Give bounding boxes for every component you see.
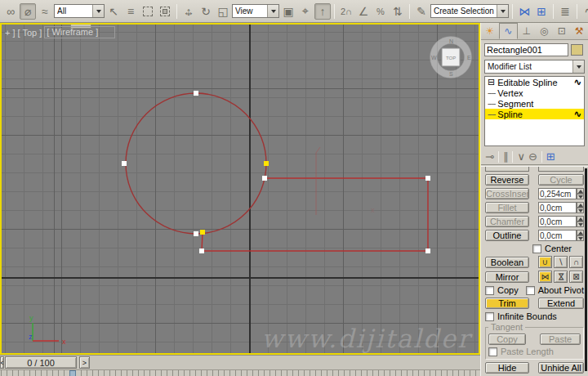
viewport-menu-general[interactable]: + ]: [5, 28, 16, 38]
hide-button[interactable]: Hide: [485, 362, 529, 374]
stack-item-segment[interactable]: ---- Segment: [485, 98, 584, 109]
center-checkbox[interactable]: [532, 244, 541, 253]
viewport-menu-pov[interactable]: [ Top ]: [18, 28, 42, 38]
select-and-manipulate-icon[interactable]: ⌖: [297, 3, 314, 20]
expander-icon[interactable]: ⊟: [488, 77, 495, 87]
unhide-all-button[interactable]: Unhide All: [538, 362, 584, 374]
mirror-horizontal-icon[interactable]: ⋈: [538, 271, 552, 283]
previous-frame-button[interactable]: <: [0, 356, 4, 369]
keyboard-shortcut-override-icon[interactable]: ↑: [314, 3, 331, 20]
track-bar[interactable]: [0, 369, 480, 376]
spinner-down[interactable]: [577, 194, 584, 199]
make-unique-icon[interactable]: ∨: [517, 150, 525, 163]
mirror-button[interactable]: Mirror: [485, 271, 529, 283]
show-end-result-icon[interactable]: ∥: [503, 150, 509, 163]
mirror-copy-checkbox[interactable]: [485, 286, 494, 295]
viewport-top[interactable]: x N E S W TOP y: [0, 23, 480, 355]
selection-filter-select[interactable]: All: [54, 4, 105, 18]
viewcube-east[interactable]: E: [467, 55, 471, 60]
spline-vertex[interactable]: [425, 248, 430, 253]
trim-button[interactable]: Trim: [485, 298, 529, 309]
extend-button[interactable]: Extend: [538, 298, 584, 309]
viewcube-top-label[interactable]: TOP: [446, 56, 456, 60]
rectangular-selection-region-icon[interactable]: [140, 3, 156, 20]
time-slider-handle[interactable]: 0 / 100: [5, 356, 77, 369]
chevron-down-icon[interactable]: [267, 5, 278, 17]
spinner-down[interactable]: [577, 235, 584, 241]
chevron-down-icon[interactable]: [572, 60, 584, 73]
stack-item-editable-spline[interactable]: ⊟ Editable Spline ∿: [485, 77, 584, 87]
outline-value[interactable]: 0,0cm: [538, 230, 577, 241]
curve-editor-icon[interactable]: ∿: [581, 3, 588, 20]
stack-item-vertex[interactable]: ---- Vertex: [485, 87, 584, 98]
angle-snap-toggle-icon[interactable]: ∠: [355, 3, 372, 20]
tab-utilities utilities-icon[interactable]: ⚒: [571, 23, 588, 39]
percent-snap-toggle-icon[interactable]: %: [372, 3, 389, 20]
select-and-rotate-icon[interactable]: ↻: [198, 3, 214, 20]
remove-modifier-icon[interactable]: ⊖: [528, 150, 537, 163]
tab-motion motion-icon[interactable]: ◎: [536, 23, 554, 39]
spline-vertex[interactable]: [122, 161, 127, 166]
spinner-up[interactable]: [577, 230, 584, 235]
viewcube-west[interactable]: W: [431, 55, 437, 60]
cycle-button[interactable]: Cycle: [538, 174, 584, 186]
edit-named-selection-sets-icon[interactable]: ✎: [413, 3, 430, 20]
spinner-up[interactable]: [577, 202, 584, 208]
spinner-down[interactable]: [577, 222, 584, 227]
tangent-paste-button[interactable]: Paste: [540, 333, 581, 345]
tab-display display-icon[interactable]: ⊡: [553, 23, 571, 39]
spline-vertex[interactable]: [194, 91, 198, 96]
chevron-down-icon[interactable]: [92, 5, 104, 17]
boolean-subtract-icon[interactable]: ∖: [554, 256, 568, 268]
cross-insert-value[interactable]: 0,254cm: [538, 188, 577, 199]
named-selection-set-select[interactable]: Create Selection Se: [430, 4, 509, 18]
tangent-copy-button[interactable]: Copy: [488, 333, 526, 345]
chamfer-value[interactable]: 0,0cm: [538, 216, 577, 227]
paste-length-checkbox[interactable]: [488, 347, 497, 356]
use-pivot-point-center-icon[interactable]: ▣: [280, 3, 296, 20]
track-bar-frame-marker[interactable]: [69, 370, 76, 376]
time-slider[interactable]: < 0 / 100 >: [0, 355, 480, 369]
next-frame-button[interactable]: >: [79, 356, 90, 369]
fillet-button[interactable]: Fillet: [485, 202, 529, 213]
reference-coordinate-system-select[interactable]: View: [232, 4, 279, 18]
snaps-toggle-icon[interactable]: 2∩: [338, 3, 354, 20]
spinner-down[interactable]: [577, 208, 584, 213]
tab-modify modify-icon[interactable]: ∿: [499, 23, 519, 39]
select-and-link-icon[interactable]: ∞: [2, 3, 19, 20]
reverse-button[interactable]: Reverse: [485, 174, 529, 186]
stack-item-spline-selected[interactable]: ---- Spline ∿: [485, 109, 584, 119]
tab-hierarchy hierarchy-icon[interactable]: ⊥: [518, 23, 536, 39]
spline-vertex[interactable]: [199, 248, 204, 253]
boolean-intersect-icon[interactable]: ∩: [569, 256, 583, 268]
spline-vertex[interactable]: [425, 176, 430, 181]
viewcube-north[interactable]: N: [449, 38, 453, 44]
mirror-icon[interactable]: ⋈: [516, 3, 532, 20]
spline-vertex[interactable]: [262, 176, 267, 181]
viewcube-south[interactable]: S: [449, 71, 453, 77]
fillet-value[interactable]: 0,0cm: [538, 202, 577, 213]
align-icon[interactable]: ⊞: [533, 3, 550, 20]
spline-vertex-selected[interactable]: [264, 161, 269, 166]
bind-to-space-warp-icon[interactable]: ≈: [37, 3, 53, 20]
boolean-button[interactable]: Boolean: [485, 257, 529, 268]
window-crossing-icon[interactable]: [157, 3, 173, 20]
configure-modifier-sets-icon[interactable]: ⊞: [546, 150, 555, 163]
layer-manager-icon[interactable]: ≣: [557, 3, 573, 20]
outline-button[interactable]: Outline: [485, 230, 529, 241]
rectangle-spline[interactable]: [202, 178, 428, 251]
boolean-union-icon[interactable]: ∪: [538, 256, 552, 268]
chevron-down-icon[interactable]: [497, 5, 508, 17]
object-color-swatch[interactable]: [571, 44, 583, 56]
spline-vertex[interactable]: [194, 231, 198, 236]
viewport-menu-shading[interactable]: [ Wireframe ]: [44, 26, 115, 38]
select-object-icon[interactable]: ↖: [105, 3, 122, 20]
cross-insert-button[interactable]: CrossInsert: [485, 188, 529, 199]
select-by-name-icon[interactable]: ≡: [122, 3, 139, 20]
select-and-move-icon[interactable]: ↔ ↕: [180, 3, 197, 20]
object-name-input[interactable]: [484, 43, 568, 56]
unlink-selection-icon[interactable]: ⌀: [20, 3, 36, 20]
pin-stack-icon[interactable]: ⊸: [485, 150, 494, 163]
tab-create create-icon[interactable]: ☀: [481, 23, 499, 39]
select-and-scale-icon[interactable]: ◱: [215, 3, 231, 20]
